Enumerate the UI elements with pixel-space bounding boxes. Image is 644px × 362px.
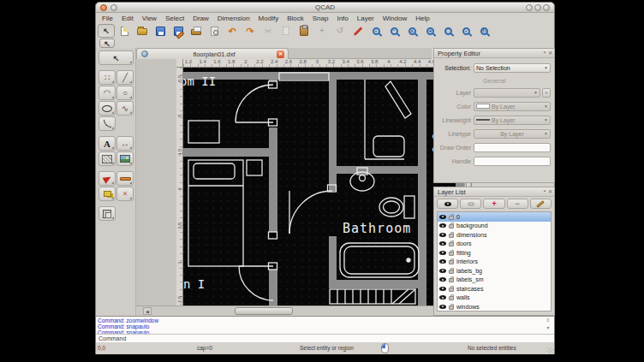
- menu-file[interactable]: File: [98, 15, 117, 22]
- new-file-button[interactable]: [116, 24, 133, 38]
- circle-tool[interactable]: ○: [116, 86, 134, 100]
- layer-lock-icon[interactable]: [449, 242, 454, 246]
- maximize-button[interactable]: [534, 4, 541, 11]
- layer-lock-icon[interactable]: [449, 296, 454, 300]
- edit-layer-button[interactable]: [530, 199, 552, 209]
- previous-view-button[interactable]: ◂: [421, 24, 438, 38]
- layer-row-background[interactable]: background: [438, 222, 551, 231]
- menu-help[interactable]: Help: [411, 15, 433, 22]
- menu-snap[interactable]: Snap: [308, 15, 333, 22]
- open-file-button[interactable]: [134, 24, 151, 38]
- layer-list-title[interactable]: Layer List ▪ ✕: [434, 187, 554, 197]
- panel-float-icon[interactable]: ▪: [544, 188, 546, 194]
- zoom-in-button[interactable]: +: [367, 24, 385, 38]
- menu-select[interactable]: Select: [161, 15, 188, 22]
- paste-button[interactable]: [295, 24, 313, 38]
- measure-tool[interactable]: [116, 171, 134, 186]
- add-layer-button[interactable]: +: [483, 199, 504, 209]
- layer-lock-icon[interactable]: [449, 252, 454, 256]
- point-tool[interactable]: ∷: [98, 70, 116, 85]
- close-button[interactable]: [543, 4, 550, 11]
- layer-row-interiors[interactable]: interiors: [438, 258, 551, 267]
- minimize-button[interactable]: [526, 4, 533, 11]
- cut-button[interactable]: ✂: [259, 24, 277, 38]
- layer-lock-icon[interactable]: [449, 224, 454, 228]
- block-tool[interactable]: [98, 187, 116, 201]
- drawing-canvas[interactable]: Bathroom om II n I 6.9: [183, 68, 464, 306]
- color-combobox[interactable]: By Layer ▼: [474, 102, 551, 111]
- remove-layer-button[interactable]: −: [507, 199, 528, 209]
- layer-visibility-icon[interactable]: [439, 259, 446, 264]
- history-menu-icon[interactable]: ≡: [546, 317, 550, 323]
- layer-lock-icon[interactable]: [449, 234, 454, 238]
- document-tab[interactable]: floorplan01.dxf ✕: [136, 48, 289, 59]
- history-scroll-icon[interactable]: ▾: [546, 324, 549, 330]
- polyline-tool[interactable]: [98, 116, 116, 131]
- layer-lock-icon[interactable]: [449, 306, 454, 310]
- layer-lock-icon[interactable]: [449, 288, 454, 292]
- menu-draw[interactable]: Draw: [188, 15, 213, 22]
- layer-visibility-icon[interactable]: [439, 233, 446, 237]
- layer-lock-icon[interactable]: [449, 216, 454, 220]
- save-button[interactable]: [152, 24, 169, 38]
- menu-dimension[interactable]: Dimension: [213, 15, 254, 22]
- layer-row-staircases[interactable]: staircases: [438, 284, 551, 294]
- spline-tool[interactable]: ∿: [116, 101, 134, 116]
- menu-view[interactable]: View: [138, 15, 161, 22]
- zoom-window-button[interactable]: □: [439, 24, 456, 38]
- solid-tool[interactable]: [98, 206, 116, 221]
- layer-visibility-icon[interactable]: [439, 215, 446, 219]
- menu-edit[interactable]: Edit: [117, 15, 138, 22]
- zoom-out-button[interactable]: −: [385, 24, 402, 38]
- layer-lock-icon[interactable]: [449, 278, 454, 282]
- selection-pointer-tool[interactable]: ↖: [98, 50, 134, 65]
- layer-row-dimensions[interactable]: dimensions: [438, 230, 551, 240]
- auto-zoom-button[interactable]: a: [403, 24, 420, 38]
- menu-info[interactable]: Info: [332, 15, 352, 22]
- menu-window[interactable]: Window: [379, 15, 411, 22]
- pan-button[interactable]: +: [457, 24, 474, 38]
- tab-close-icon[interactable]: ✕: [277, 50, 284, 58]
- selection-options-button[interactable]: ↖: [99, 39, 115, 48]
- show-all-layers-button[interactable]: [437, 199, 458, 209]
- print-preview-button[interactable]: [206, 24, 223, 38]
- hide-all-layers-button[interactable]: [460, 199, 481, 209]
- horizontal-scrollbar[interactable]: ◀ ◀ ▶: [136, 306, 472, 316]
- lineweight-combobox[interactable]: By Layer ▼: [474, 116, 551, 125]
- text-tool[interactable]: A: [98, 136, 116, 151]
- add-layer-attr-button[interactable]: +: [542, 88, 551, 98]
- explode-tool[interactable]: ✕: [116, 187, 134, 201]
- layer-visibility-icon[interactable]: [439, 295, 446, 300]
- command-input[interactable]: Command: [96, 334, 554, 342]
- hatch-tool[interactable]: [98, 151, 116, 166]
- arc-tool[interactable]: ◠: [98, 86, 116, 100]
- image-tool[interactable]: [116, 151, 134, 166]
- line-tool[interactable]: ╱: [116, 70, 134, 85]
- print-button[interactable]: [188, 24, 205, 38]
- layer-visibility-icon[interactable]: [439, 277, 446, 282]
- layer-combobox[interactable]: ▼: [474, 88, 540, 98]
- layer-visibility-icon[interactable]: [439, 223, 446, 228]
- title-bar[interactable]: QCAD: [96, 3, 554, 13]
- layer-visibility-icon[interactable]: [439, 287, 446, 291]
- draworder-input[interactable]: [474, 143, 551, 152]
- menu-layer[interactable]: Layer: [353, 15, 379, 22]
- layer-visibility-icon[interactable]: [439, 305, 446, 309]
- save-as-button[interactable]: [170, 24, 187, 38]
- layer-row-fitting[interactable]: fitting: [438, 248, 551, 258]
- selection-pointer-button[interactable]: ↖: [98, 24, 115, 38]
- layer-row-0[interactable]: 0: [438, 212, 551, 222]
- layer-row-labels_bg[interactable]: labels_bg: [438, 266, 551, 276]
- panel-close-icon[interactable]: ✕: [548, 188, 552, 194]
- layer-row-doors[interactable]: doors: [438, 240, 551, 249]
- selection-combobox[interactable]: No Selection ▼: [474, 63, 551, 73]
- layer-lock-icon[interactable]: [449, 260, 454, 264]
- undo-button[interactable]: ↶: [224, 24, 241, 38]
- layer-visibility-icon[interactable]: [439, 251, 446, 255]
- layer-lock-icon[interactable]: [449, 270, 454, 274]
- redo-button[interactable]: ↷: [242, 24, 259, 38]
- ellipse-tool[interactable]: [98, 101, 116, 116]
- handle-input[interactable]: [474, 157, 551, 166]
- move-button[interactable]: +: [313, 24, 331, 38]
- resize-grip[interactable]: [547, 347, 553, 353]
